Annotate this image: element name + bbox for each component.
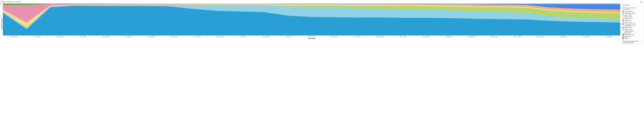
x-tick: May 20 2019: [460, 36, 483, 37]
x-tick: Dec 16 2017: [346, 36, 369, 37]
legend-heading: Summed percent by commitDate: [622, 7, 642, 10]
chart-row: Summed percent 03060100 Sep 08 2013Dec 2…: [1, 3, 643, 44]
legend-label: HTML: 1.26: [624, 21, 632, 23]
x-tick: Oct 24 2018: [414, 36, 438, 37]
legend-label: Java: 18.83: [624, 14, 632, 16]
legend-label: Batchfile: 0: [624, 32, 632, 34]
legend-label: Shell: 0.68: [624, 27, 631, 28]
legend-label: JavaScript: 10.13: [624, 12, 635, 14]
legend-item[interactable]: TypeScript: 17.44: [622, 23, 642, 25]
x-tick: Jul 17 2014: [72, 36, 94, 37]
legend-item[interactable]: Dockerfile: 0.07: [622, 34, 642, 36]
legend-swatch: [622, 21, 624, 23]
x-tick: May 25 2015: [140, 36, 163, 37]
legend-swatch: [622, 20, 624, 21]
legend-items: Groovy: 40.27JavaScript: 10.13Java: 18.8…: [622, 10, 642, 39]
x-tick: Feb 07 2017: [277, 36, 300, 37]
x-tick: Feb 18 2021: [598, 36, 620, 37]
area-svg: [3, 3, 620, 35]
y-tick: 30: [0, 25, 1, 27]
legend-swatch: [622, 38, 624, 39]
legend-total: Total Summed percent by commitDate: 99.9…: [622, 40, 642, 44]
legend-item[interactable]: Shell: 0.68: [622, 27, 642, 28]
x-tick: Feb 10 2015: [117, 36, 140, 37]
chart-title: Exply Code Base: All Time: [1, 1, 21, 3]
x-tick: Mar 27 2020: [529, 36, 552, 37]
legend-label: CoffeeScript: 0: [624, 30, 634, 32]
chart-header: Exply Code Base: All Time day: [1, 0, 643, 3]
legend-swatch: [622, 25, 624, 26]
legend-item[interactable]: Java: 18.83: [622, 14, 642, 16]
legend-swatch: [622, 31, 624, 32]
legend-label: SCSS: 2.66: [624, 16, 632, 18]
legend-item[interactable]: PHP: 0: [622, 37, 642, 39]
x-tick: Apr 01 2016: [209, 36, 232, 37]
plot-area[interactable]: 03060100: [3, 3, 620, 36]
chart-panel: Summed percent 03060100 Sep 08 2013Dec 2…: [1, 3, 620, 44]
legend-item[interactable]: Groovy: 40.27: [622, 10, 642, 12]
x-tick: May 22 2017: [300, 36, 323, 37]
y-tick: 60: [0, 15, 1, 17]
y-tick: 100: [0, 3, 2, 4]
x-tick: Oct 21 2020: [574, 36, 598, 37]
legend-label: Ruby: 0.01: [624, 36, 631, 37]
x-tick: Jul 09 2020: [552, 36, 575, 37]
legend-swatch: [622, 23, 624, 25]
x-tick: Dec 19 2015: [186, 36, 209, 37]
legend-item[interactable]: HTML: 1.26: [622, 21, 642, 23]
legend-label: Groovy: 40.27: [624, 11, 633, 12]
legend-swatch: [622, 11, 624, 12]
x-tick: Jul 12 2018: [392, 36, 414, 37]
legend-label: TypeScript: 17.44: [624, 23, 636, 25]
legend-swatch: [622, 34, 624, 35]
x-tick: Sep 06 2015: [163, 36, 186, 37]
x-axis-label: commitDate: [3, 37, 620, 39]
legend-label: Dockerfile: 0.07: [624, 34, 634, 36]
legend-date: 2021-02-12: [622, 4, 642, 6]
legend-item[interactable]: JavaScript: 10.13: [622, 12, 642, 14]
x-tick: Jul 14 2016: [232, 36, 254, 37]
legend-swatch: [622, 32, 624, 34]
granularity-label[interactable]: day: [640, 1, 643, 3]
tooltip-legend: 2021-02-12 Summed percent by commitDate …: [621, 3, 643, 44]
legend-swatch: [622, 12, 624, 14]
legend-item[interactable]: Ruby: 0.01: [622, 36, 642, 37]
legend-item[interactable]: Gherkin: 7.27: [622, 18, 642, 19]
x-tick: Dec 14 2019: [506, 36, 529, 37]
x-tick: Dec 21 2013: [26, 36, 49, 37]
legend-total-label: Total Summed percent by commitDate:: [622, 40, 638, 44]
legend-item[interactable]: CSS: 0.26: [622, 19, 642, 21]
legend-swatch: [622, 16, 624, 17]
chart-container: Exply Code Base: All Time day Summed per…: [0, 0, 644, 45]
legend-label: Gherkin: 7.27: [624, 18, 633, 19]
x-tick: Sep 03 2017: [323, 36, 346, 37]
legend-label: Handlebars: 0.57: [624, 25, 635, 27]
x-tick: Sep 01 2019: [483, 36, 506, 37]
legend-item[interactable]: Batchfile: 0: [622, 32, 642, 34]
x-tick: Oct 29 2014: [94, 36, 117, 37]
y-axis-label: Summed percent: [1, 3, 3, 44]
legend-swatch: [622, 18, 624, 19]
x-tick: Feb 05 2019: [438, 36, 460, 37]
legend-swatch: [622, 29, 624, 30]
x-ticks: Sep 08 2013Dec 21 2013Apr 04 2014Jul 17 …: [3, 36, 620, 37]
x-tick: Sep 08 2013: [3, 36, 26, 37]
plot-column: 03060100 Sep 08 2013Dec 21 2013Apr 04 20…: [3, 3, 620, 44]
legend-item[interactable]: Handlebars: 0.57: [622, 25, 642, 27]
legend-item[interactable]: CoffeeScript: 0: [622, 30, 642, 32]
legend-item[interactable]: SCSS: 2.66: [622, 16, 642, 18]
legend-swatch: [622, 36, 624, 37]
y-tick: 0: [0, 35, 0, 36]
legend-label: CSS: 0.26: [624, 20, 631, 21]
legend-label: PHP: 0: [624, 38, 629, 39]
legend-label: Python: 0.54: [624, 29, 632, 30]
legend-swatch: [622, 14, 624, 16]
x-tick: Oct 26 2016: [254, 36, 277, 37]
legend-total-value: 99.99: [631, 42, 634, 44]
x-tick: Apr 04 2014: [48, 36, 72, 37]
legend-item[interactable]: Python: 0.54: [622, 28, 642, 30]
x-tick: Mar 30 2018: [369, 36, 392, 37]
legend-swatch: [622, 27, 624, 28]
